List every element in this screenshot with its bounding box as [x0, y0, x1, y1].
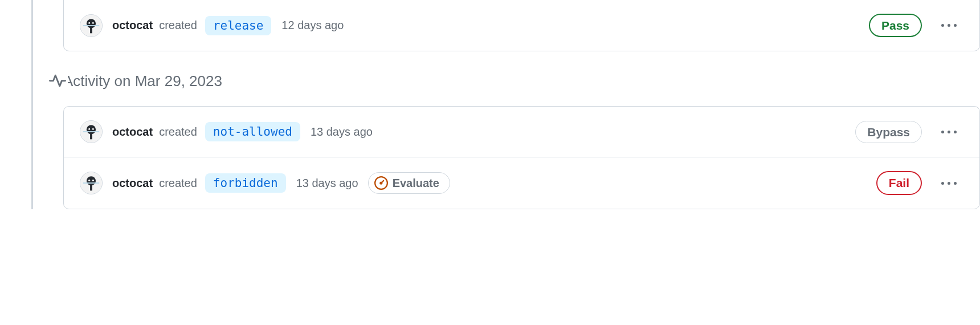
- svg-point-8: [88, 128, 90, 130]
- status-badge-pass: Pass: [869, 14, 922, 37]
- section-title: Activity on Mar 29, 2023: [63, 72, 222, 90]
- svg-rect-11: [83, 131, 100, 132]
- action-label: created: [159, 19, 197, 32]
- pulse-icon: [47, 71, 68, 91]
- evaluate-label: Evaluate: [393, 177, 439, 190]
- activity-card: octocat created release 12 days ago Pass: [63, 0, 980, 51]
- kebab-menu-icon[interactable]: [936, 176, 962, 190]
- activity-row[interactable]: octocat created forbidden 13 days ago Ev…: [64, 157, 979, 208]
- svg-point-9: [92, 128, 94, 130]
- svg-point-7: [87, 125, 96, 135]
- gauge-icon: [374, 176, 388, 190]
- svg-rect-17: [83, 182, 100, 184]
- status-badge-bypass: Bypass: [855, 121, 922, 143]
- branch-chip[interactable]: forbidden: [205, 173, 286, 193]
- svg-rect-5: [83, 25, 100, 26]
- actor-username[interactable]: octocat: [112, 177, 153, 190]
- timestamp: 13 days ago: [311, 125, 373, 139]
- timeline-line: [31, 0, 33, 209]
- svg-point-3: [92, 22, 94, 23]
- section-header: Activity on Mar 29, 2023: [26, 70, 980, 92]
- svg-point-15: [92, 180, 94, 181]
- svg-point-13: [87, 176, 96, 185]
- actor-username[interactable]: octocat: [112, 19, 153, 32]
- svg-rect-10: [90, 134, 92, 140]
- avatar[interactable]: [80, 14, 103, 37]
- kebab-menu-icon[interactable]: [936, 125, 962, 139]
- branch-chip[interactable]: release: [205, 16, 272, 35]
- svg-point-14: [88, 180, 90, 181]
- svg-point-1: [87, 19, 96, 28]
- svg-rect-4: [90, 27, 92, 33]
- actor-username[interactable]: octocat: [112, 125, 153, 139]
- action-label: created: [159, 177, 197, 190]
- activity-card: octocat created not-allowed 13 days ago …: [63, 106, 980, 209]
- activity-row[interactable]: octocat created release 12 days ago Pass: [64, 0, 979, 51]
- avatar[interactable]: [80, 172, 103, 194]
- timestamp: 12 days ago: [281, 19, 344, 32]
- branch-chip[interactable]: not-allowed: [205, 122, 300, 141]
- kebab-menu-icon[interactable]: [936, 18, 962, 32]
- avatar[interactable]: [80, 120, 103, 143]
- svg-rect-16: [90, 185, 92, 191]
- status-badge-fail: Fail: [876, 171, 922, 194]
- action-label: created: [159, 125, 197, 139]
- timestamp: 13 days ago: [296, 177, 358, 190]
- svg-point-2: [88, 22, 90, 23]
- evaluate-pill[interactable]: Evaluate: [368, 172, 450, 194]
- activity-row[interactable]: octocat created not-allowed 13 days ago …: [64, 107, 979, 157]
